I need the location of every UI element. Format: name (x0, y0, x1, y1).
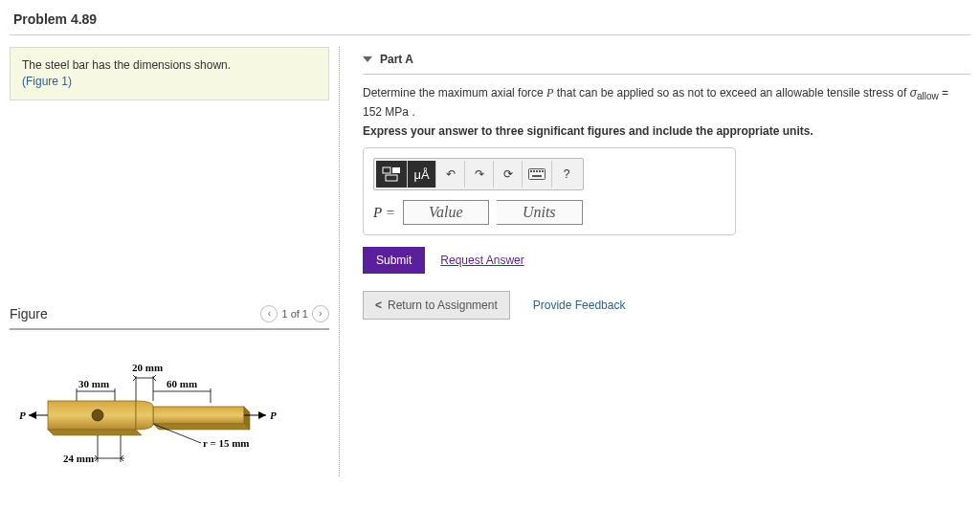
return-to-assignment-button[interactable]: < Return to Assignment (363, 291, 510, 320)
figure-pager-label: 1 of 1 (281, 308, 308, 320)
instructions-text: Express your answer to three significant… (363, 124, 970, 138)
divider (10, 34, 970, 35)
dim-20mm: 20 mm (132, 362, 163, 373)
units-input[interactable]: Units (497, 200, 583, 225)
collapse-caret-icon[interactable] (363, 56, 372, 62)
dim-24mm: 24 mm (63, 453, 94, 464)
keyboard-button[interactable] (523, 161, 552, 188)
svg-rect-8 (153, 407, 244, 424)
figure-pager: ‹ 1 of 1 › (260, 305, 329, 322)
context-text: The steel bar has the dimensions shown. (22, 58, 231, 72)
problem-title: Problem 4.89 (13, 11, 970, 27)
chevron-left-icon: < (375, 299, 382, 312)
dim-60mm: 60 mm (167, 378, 197, 389)
reset-button[interactable]: ⟳ (494, 161, 523, 188)
answer-toolbar: μÅ ↶ ↷ ⟳ ? (373, 158, 584, 190)
svg-marker-15 (29, 411, 36, 419)
dim-radius: r = 15 mm (203, 437, 250, 449)
svg-rect-24 (386, 175, 397, 181)
svg-rect-30 (542, 170, 544, 172)
submit-button[interactable]: Submit (363, 247, 425, 274)
value-input[interactable]: Value (403, 200, 489, 225)
figure-next-button[interactable]: › (312, 305, 329, 322)
svg-rect-23 (392, 167, 400, 173)
templates-button[interactable] (376, 161, 408, 188)
request-answer-link[interactable]: Request Answer (440, 254, 523, 267)
label-p-right: P (270, 409, 277, 421)
svg-marker-11 (153, 424, 250, 430)
answer-box: μÅ ↶ ↷ ⟳ ? P = ValueUnits (363, 147, 736, 235)
figure-image: 20 mm 30 mm 60 mm (10, 359, 329, 476)
provide-feedback-link[interactable]: Provide Feedback (533, 299, 626, 312)
svg-rect-26 (530, 170, 532, 172)
problem-context: The steel bar has the dimensions shown. … (10, 47, 329, 100)
part-title: Part A (380, 53, 413, 66)
svg-rect-31 (532, 175, 542, 177)
svg-rect-22 (383, 167, 390, 173)
question-text: Determine the maximum axial force P that… (363, 84, 970, 121)
redo-button[interactable]: ↷ (465, 161, 494, 188)
figure-link[interactable]: (Figure 1) (22, 75, 72, 88)
figure-prev-button[interactable]: ‹ (260, 305, 278, 322)
variable-label: P = (373, 205, 395, 221)
svg-marker-10 (48, 430, 142, 435)
units-mode-button[interactable]: μÅ (408, 161, 436, 188)
svg-rect-29 (539, 170, 541, 172)
svg-rect-27 (533, 170, 535, 172)
dim-30mm: 30 mm (78, 378, 109, 389)
figure-panel-title: Figure (10, 306, 48, 321)
help-button[interactable]: ? (552, 161, 581, 188)
svg-point-9 (92, 409, 103, 421)
svg-marker-17 (258, 411, 266, 419)
svg-rect-28 (536, 170, 538, 172)
label-p-left: P (19, 409, 26, 421)
undo-button[interactable]: ↶ (436, 161, 465, 188)
